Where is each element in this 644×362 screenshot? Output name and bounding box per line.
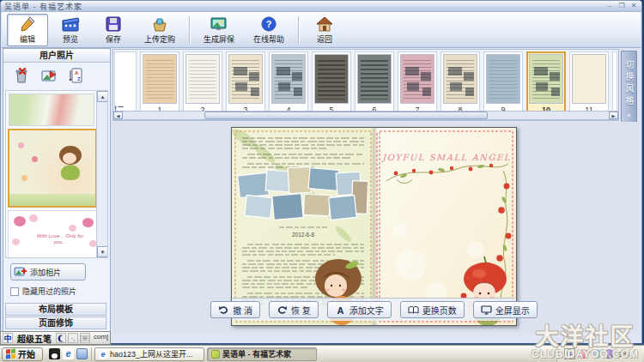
basket-icon bbox=[150, 15, 169, 33]
online-help-button[interactable]: ? 在线帮助 bbox=[245, 14, 293, 46]
editing-workspace: 2012-6-8 bbox=[112, 122, 638, 333]
page-thumbnail-clipped bbox=[612, 51, 617, 117]
ime-punct-icon[interactable]: ·, bbox=[68, 333, 78, 343]
tray-messenger-icon[interactable] bbox=[592, 349, 601, 359]
ie-icon[interactable]: e bbox=[63, 348, 74, 359]
upload-order-button[interactable]: 上传定购 bbox=[136, 14, 184, 46]
change-pages-button[interactable]: 更换页数 bbox=[400, 301, 465, 318]
page-thumbnail-5[interactable]: 5 bbox=[312, 51, 351, 117]
film-icon bbox=[61, 15, 80, 33]
scroll-left-icon[interactable]: ◀ bbox=[113, 112, 123, 119]
scroll-up-icon[interactable]: ▲ bbox=[97, 91, 108, 102]
screensaver-icon bbox=[210, 15, 228, 33]
toolbar-separator bbox=[189, 16, 190, 44]
close-button[interactable]: ✕ bbox=[629, 3, 638, 9]
user-photos-header: 用户照片 bbox=[3, 49, 110, 63]
minimize-button[interactable]: – bbox=[605, 3, 614, 9]
pencil-icon bbox=[18, 15, 37, 33]
scroll-right-icon[interactable]: ▶ bbox=[609, 112, 618, 119]
page-thumbnail-3[interactable]: 3 bbox=[226, 51, 265, 117]
ime-lang-button[interactable]: 中 bbox=[3, 333, 13, 343]
window-title: 吴语单 - 有福艺术家 bbox=[4, 1, 82, 12]
ime-name[interactable]: 超级五笔 bbox=[15, 333, 54, 343]
page-thumbnail-9[interactable]: 9 bbox=[483, 51, 523, 117]
tray-clock: 23:41 bbox=[617, 350, 637, 359]
desktop: 吴语单 - 有福艺术家 – ❒ ✕ 编辑 预览 保存 上传 bbox=[0, 0, 644, 362]
layout-template-bar[interactable]: 布局模板 bbox=[5, 303, 106, 316]
page-spread-canvas[interactable]: 2012-6-8 bbox=[231, 127, 517, 326]
help-icon: ? bbox=[259, 15, 278, 33]
ime-mode-icon[interactable] bbox=[56, 333, 66, 343]
start-button[interactable]: 开始 bbox=[2, 347, 43, 361]
undo-icon bbox=[218, 305, 229, 315]
ie-icon: e bbox=[99, 350, 107, 359]
screensaver-button[interactable]: 生成屏保 bbox=[195, 14, 243, 46]
page-thumbnail-2[interactable]: 2 bbox=[183, 51, 222, 117]
scrollbar-thumb[interactable] bbox=[204, 112, 488, 119]
add-photo-icon bbox=[14, 266, 27, 278]
export-photo-icon[interactable] bbox=[39, 66, 58, 85]
redo-button[interactable]: 恢 复 bbox=[269, 301, 319, 318]
app-icon bbox=[211, 350, 220, 359]
canvas-button-bar: 撤 消 恢 复 A 添加文字 更换页数 bbox=[233, 298, 515, 321]
home-icon bbox=[315, 15, 334, 33]
task-app-active[interactable]: 吴语单 - 有福艺术家 bbox=[207, 347, 317, 361]
sort-photos-icon[interactable]: AZ bbox=[67, 66, 86, 85]
right-page[interactable]: JOYFUL SMALL ANGEL bbox=[374, 128, 517, 325]
ime-suffix-text: com] bbox=[94, 333, 108, 341]
add-photo-button[interactable]: 添加相片 bbox=[10, 263, 86, 281]
page-thumbnail-cover[interactable]: 封二 bbox=[114, 51, 137, 117]
show-desktop-icon[interactable] bbox=[76, 348, 88, 359]
delete-photo-icon[interactable] bbox=[12, 66, 31, 85]
save-button[interactable]: 保存 bbox=[93, 14, 134, 46]
svg-text:A: A bbox=[75, 70, 79, 75]
page-fold bbox=[371, 128, 378, 325]
ime-keyboard-icon[interactable] bbox=[80, 333, 90, 343]
app-window: 吴语单 - 有福艺术家 – ❒ ✕ 编辑 预览 保存 上传 bbox=[0, 0, 642, 344]
return-button[interactable]: 返回 bbox=[304, 14, 345, 46]
task-browser[interactable]: e hao123_上网从这里开... bbox=[94, 347, 204, 361]
edit-button[interactable]: 编辑 bbox=[7, 14, 48, 46]
svg-text:A: A bbox=[337, 305, 343, 315]
title-bar: 吴语单 - 有福艺术家 – ❒ ✕ bbox=[1, 1, 641, 12]
tray-qq-icon[interactable] bbox=[579, 349, 588, 359]
system-tray: 中 23:41 bbox=[556, 346, 642, 362]
tray-app-icon[interactable] bbox=[605, 349, 614, 359]
left-page-artwork: 2012-6-8 bbox=[232, 128, 374, 325]
qq-icon[interactable] bbox=[49, 348, 60, 359]
tray-language-button[interactable]: 中 bbox=[564, 348, 575, 359]
page-decorate-bar[interactable]: 页面修饰 bbox=[5, 317, 106, 329]
page-thumbnail-4[interactable]: 4 bbox=[269, 51, 308, 117]
quick-launch: e bbox=[46, 347, 92, 361]
page-thumbnail-10-selected[interactable]: 10 bbox=[526, 51, 566, 117]
monitor-icon bbox=[481, 305, 492, 315]
photo-thumbnail-selected[interactable] bbox=[8, 129, 97, 208]
page-thumbnail-1[interactable]: 1 bbox=[140, 51, 179, 117]
page-thumbnail-8[interactable]: 8 bbox=[440, 51, 480, 117]
scroll-down-icon[interactable]: ▼ bbox=[97, 246, 108, 257]
left-page[interactable]: 2012-6-8 bbox=[232, 128, 374, 325]
taskbar: 开始 e e hao123_上网从这里开... 吴语单 - 有福艺术家 中 23… bbox=[0, 345, 644, 362]
photo-list-scrollbar[interactable]: ▲ ▼ bbox=[96, 91, 107, 257]
add-text-icon: A bbox=[335, 305, 346, 315]
main-toolbar: 编辑 预览 保存 上传定购 生成屏保 ? 在线帮助 bbox=[2, 12, 641, 48]
chevron-down-icon: ▼ bbox=[627, 113, 632, 118]
add-text-button[interactable]: A 添加文字 bbox=[327, 301, 392, 318]
floppy-icon bbox=[104, 15, 123, 33]
fullscreen-button[interactable]: 全屏显示 bbox=[473, 301, 538, 318]
strip-scrollbar[interactable]: ◀ ▶ bbox=[112, 111, 619, 120]
maximize-button[interactable]: ❒ bbox=[617, 3, 626, 9]
preview-button[interactable]: 预览 bbox=[50, 14, 91, 46]
hide-used-checkbox[interactable] bbox=[10, 287, 19, 296]
redo-icon bbox=[276, 305, 288, 315]
undo-button[interactable]: 撤 消 bbox=[210, 301, 260, 318]
photo-thumbnail[interactable] bbox=[9, 94, 94, 126]
svg-text:?: ? bbox=[266, 19, 272, 29]
ime-bar: 中 超级五笔 ·, com] bbox=[0, 331, 111, 345]
page-thumbnail-11[interactable]: 11 bbox=[569, 51, 609, 117]
photo-thumbnail[interactable]: With Love... Only for you... bbox=[8, 210, 102, 258]
page-thumbnail-6[interactable]: 6 bbox=[355, 51, 394, 117]
user-photos-panel: 用户照片 AZ bbox=[3, 48, 111, 334]
page-thumbnail-7[interactable]: 7 bbox=[398, 51, 437, 117]
toolbar-separator bbox=[298, 16, 299, 44]
